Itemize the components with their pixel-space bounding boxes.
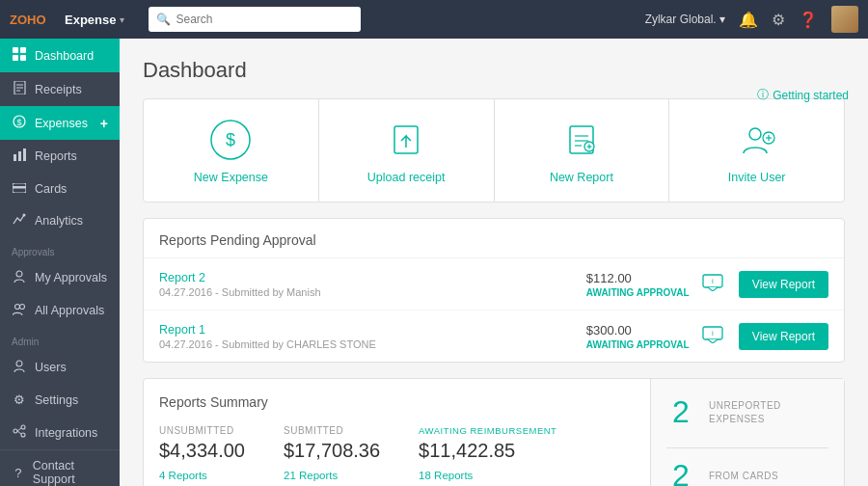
svg-text:$: $	[16, 118, 21, 127]
view-report-button[interactable]: View Report	[739, 323, 828, 350]
stat-link-submitted[interactable]: 21 Reports	[284, 470, 338, 481]
help-icon[interactable]: ❓	[799, 11, 818, 29]
logo-caret-icon: ▾	[120, 14, 124, 25]
approval-meta: 04.27.2016 - Submitted by Manish	[159, 286, 586, 298]
sidebar-item-contact-support[interactable]: ? Contact Support	[0, 450, 120, 486]
new-expense-icon: $	[207, 117, 254, 163]
sidebar-label-settings: Settings	[35, 393, 78, 407]
sidebar-item-receipts[interactable]: Receipts	[0, 72, 120, 106]
sidebar-label-all-approvals: All Approvals	[35, 304, 104, 317]
sidebar-label-contact-support: Contact Support	[33, 459, 108, 486]
sidebar-item-settings[interactable]: ⚙ Settings	[0, 384, 120, 416]
unreported-label: UNREPORTEDEXPENSES	[709, 399, 781, 426]
svg-rect-12	[18, 151, 21, 161]
sidebar-item-dashboard[interactable]: Dashboard	[0, 39, 120, 72]
approvals-section-label: Approvals	[0, 237, 120, 261]
sidebar-label-dashboard: Dashboard	[35, 49, 94, 63]
cards-icon	[12, 181, 27, 196]
search-icon: 🔍	[156, 13, 171, 26]
new-report-label: New Report	[550, 171, 613, 184]
sidebar-label-receipts: Receipts	[35, 83, 82, 96]
svg-text:i: i	[712, 277, 714, 285]
search-bar: 🔍	[149, 7, 361, 32]
svg-point-18	[15, 305, 20, 310]
svg-line-25	[17, 431, 21, 434]
sidebar-label-users: Users	[35, 361, 67, 374]
settings-icon[interactable]: ⚙	[772, 11, 785, 29]
expenses-icon: $	[12, 115, 27, 131]
svg-point-23	[21, 433, 25, 437]
stat-link-awaiting[interactable]: 18 Reports	[419, 470, 473, 481]
stat-unsubmitted: UNSUBMITTED $4,334.00 4 Reports	[159, 425, 245, 482]
svg-point-19	[20, 305, 25, 310]
stat-label-awaiting: AWAITING REIMBURSEMENT	[419, 425, 556, 436]
summary-left: Reports Summary UNSUBMITTED $4,334.00 4 …	[144, 379, 651, 486]
sidebar-item-analytics[interactable]: Analytics	[0, 204, 120, 237]
svg-text:ZOHO: ZOHO	[10, 13, 46, 27]
sidebar-item-all-approvals[interactable]: All Approvals	[0, 294, 120, 327]
approval-status: AWAITING APPROVAL	[586, 287, 702, 298]
svg-rect-13	[23, 148, 26, 161]
comment-icon: i	[702, 274, 723, 294]
getting-started-label: Getting started	[773, 89, 849, 102]
unreported-expenses-stat: 2 UNREPORTEDEXPENSES	[666, 394, 828, 430]
approval-info: Report 1 04.27.2016 - Submitted by CHARL…	[159, 322, 586, 350]
summary-layout: Reports Summary UNSUBMITTED $4,334.00 4 …	[144, 379, 844, 486]
quick-action-new-report[interactable]: New Report	[495, 99, 670, 202]
sidebar-label-expenses: Expenses	[35, 117, 88, 130]
sidebar-item-integrations[interactable]: Integrations	[0, 416, 120, 449]
report-link[interactable]: Report 1	[159, 323, 205, 337]
page-title: Dashboard	[143, 58, 845, 83]
sidebar-label-analytics: Analytics	[35, 214, 83, 228]
search-input[interactable]	[149, 7, 361, 32]
svg-rect-1	[13, 47, 18, 53]
sidebar: Dashboard Receipts $ Expenses + Reports	[0, 39, 120, 486]
view-report-button[interactable]: View Report	[739, 271, 828, 298]
stat-value-unsubmitted: $4,334.00	[159, 440, 245, 462]
sidebar-label-integrations: Integrations	[35, 426, 97, 440]
avatar[interactable]	[831, 6, 858, 33]
sidebar-item-reports[interactable]: Reports	[0, 140, 120, 173]
logo[interactable]: ZOHO Expense ▾	[10, 10, 124, 29]
summary-right: 2 UNREPORTEDEXPENSES 2 FROM CARDS	[651, 379, 844, 486]
integrations-icon	[12, 424, 27, 441]
admin-section-label: Admin	[0, 327, 120, 351]
stat-link-unsubmitted[interactable]: 4 Reports	[159, 470, 207, 481]
svg-text:i: i	[712, 329, 714, 338]
svg-rect-11	[14, 154, 16, 161]
approval-amount: $300.00	[586, 323, 673, 338]
upload-receipt-icon	[383, 117, 429, 163]
report-link[interactable]: Report 2	[159, 271, 205, 284]
avatar-image	[831, 6, 858, 33]
notifications-icon[interactable]: 🔔	[739, 11, 758, 29]
getting-started-circle-icon: ⓘ	[757, 87, 769, 103]
sidebar-item-expenses[interactable]: $ Expenses +	[0, 106, 120, 140]
settings-sidebar-icon: ⚙	[12, 392, 27, 407]
unreported-count: 2	[666, 394, 695, 430]
new-report-icon	[558, 117, 605, 163]
from-cards-count: 2	[666, 458, 695, 486]
main-content: ⓘ Getting started Dashboard $ New Expens…	[120, 39, 868, 486]
sidebar-item-users[interactable]: Users	[0, 351, 120, 384]
dashboard-icon	[12, 47, 27, 64]
svg-point-21	[14, 429, 17, 433]
layout: Dashboard Receipts $ Expenses + Reports	[0, 39, 868, 486]
quick-action-new-expense[interactable]: $ New Expense	[144, 99, 319, 202]
expenses-add-button[interactable]: +	[100, 116, 108, 131]
quick-action-upload-receipt[interactable]: Upload receipt	[319, 99, 495, 202]
quick-action-invite-user[interactable]: Invite User	[669, 99, 844, 202]
org-caret-icon: ▾	[719, 13, 725, 26]
org-selector[interactable]: Zylkar Global. ▾	[645, 13, 725, 26]
getting-started-link[interactable]: ⓘ Getting started	[757, 87, 849, 103]
svg-point-22	[21, 425, 25, 429]
sidebar-item-cards[interactable]: Cards	[0, 173, 120, 204]
reports-icon	[12, 148, 27, 164]
analytics-icon	[12, 213, 27, 229]
approval-meta: 04.27.2016 - Submitted by CHARLES STONE	[159, 338, 586, 350]
pending-approval-card: Reports Pending Approval Report 2 04.27.…	[143, 218, 845, 363]
my-approvals-icon	[12, 270, 27, 285]
invite-user-icon	[734, 117, 780, 163]
sidebar-item-my-approvals[interactable]: My Approvals	[0, 261, 120, 294]
quick-actions-bar: $ New Expense Upload receipt	[143, 98, 845, 202]
all-approvals-icon	[12, 303, 27, 318]
